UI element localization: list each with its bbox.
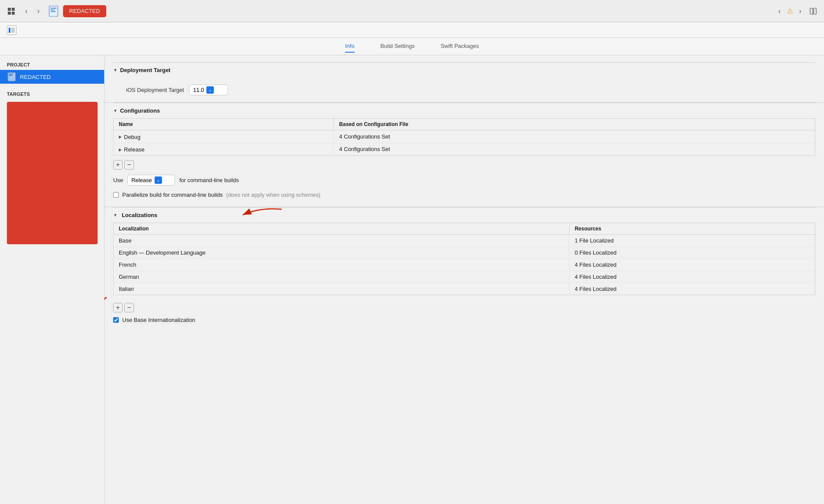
svg-rect-0 xyxy=(8,8,11,11)
loc-annotation-arrow-svg xyxy=(105,291,122,317)
configurations-table: Name Based on Configuration File ▶ Debug… xyxy=(113,118,815,156)
svg-rect-9 xyxy=(814,8,816,14)
configurations-section: ▼ Configurations Name Based on Configura… xyxy=(105,103,824,200)
sidebar-project-name: REDACTED xyxy=(20,74,51,80)
loc-col-resources: Resources xyxy=(569,223,815,235)
configurations-triangle-icon: ▼ xyxy=(113,108,117,113)
nav-forward-button[interactable]: › xyxy=(33,6,44,17)
loc-italian-name: Italian xyxy=(114,283,570,295)
use-base-checkbox[interactable] xyxy=(113,317,119,323)
tab-info[interactable]: Info xyxy=(345,40,355,53)
toolbar-chevron-right-button[interactable]: › xyxy=(795,6,806,17)
loc-german-name: German xyxy=(114,271,570,283)
tab-bar: Info Build Settings Swift Packages xyxy=(0,38,824,55)
table-row: Italian 4 Files Localized xyxy=(114,283,815,295)
tab-swift-packages[interactable]: Swift Packages xyxy=(441,40,479,53)
sidebar-project-label: PROJECT xyxy=(0,60,104,70)
deployment-target-section: ▼ Deployment Target iOS Deployment Targe… xyxy=(105,55,824,102)
svg-rect-8 xyxy=(810,8,813,14)
debug-triangle-icon: ▶ xyxy=(119,135,122,139)
config-release-value: 4 Configurations Set xyxy=(334,143,815,156)
warning-icon: ⚠ xyxy=(787,7,793,15)
cmdline-dropdown[interactable]: Release ⌄ xyxy=(127,175,175,186)
content-pane: ▼ Deployment Target iOS Deployment Targe… xyxy=(105,55,824,504)
localizations-section: ▼ Localizations Localization Res xyxy=(105,207,824,332)
config-debug-value: 4 Configurations Set xyxy=(334,130,815,143)
release-triangle-icon: ▶ xyxy=(119,148,122,152)
nav-back-button[interactable]: ‹ xyxy=(21,6,32,17)
sidebar-item-project[interactable]: REDACTED xyxy=(0,70,104,84)
table-row: ▶ Debug 4 Configurations Set xyxy=(114,130,815,143)
dropdown-arrow-icon: ⌄ xyxy=(206,86,214,94)
table-row: ▶ Release 4 Configurations Set xyxy=(114,143,815,156)
config-col-file: Based on Configuration File xyxy=(334,119,815,130)
loc-english-name: English — Development Language xyxy=(114,247,570,259)
file-icon xyxy=(48,4,60,18)
loc-base-value: 1 File Localized xyxy=(569,235,815,247)
main-area: PROJECT REDACTED TARGETS ▼ Deployment Ta… xyxy=(0,55,824,504)
loc-english-value: 0 Files Localized xyxy=(569,247,815,259)
localizations-table: Localization Resources Base 1 File Local… xyxy=(113,223,815,295)
configurations-header: ▼ Configurations xyxy=(113,103,815,118)
loc-french-name: French xyxy=(114,259,570,271)
debug-toggle[interactable]: ▶ Debug xyxy=(119,134,140,140)
svg-rect-3 xyxy=(12,12,15,15)
parallelize-muted: (does not apply when using schemes) xyxy=(226,192,320,198)
svg-rect-7 xyxy=(51,11,56,12)
table-row: French 4 Files Localized xyxy=(114,259,815,271)
table-row: English — Development Language 0 Files L… xyxy=(114,247,815,259)
project-file-icon xyxy=(7,72,16,82)
svg-rect-5 xyxy=(51,8,57,9)
loc-add-remove-container: + − xyxy=(113,295,815,315)
localizations-triangle-icon: ▼ xyxy=(113,213,117,217)
toolbar-split-button[interactable] xyxy=(808,6,819,17)
for-cmdline-label: for command-line builds xyxy=(179,177,239,183)
svg-rect-6 xyxy=(51,9,55,10)
grid-icon[interactable] xyxy=(5,5,17,17)
deployment-row: iOS Deployment Target 11.0 ⌄ xyxy=(113,78,815,102)
config-remove-button[interactable]: − xyxy=(124,160,134,170)
config-add-button[interactable]: + xyxy=(113,160,123,170)
cmdline-value: Release xyxy=(131,177,152,183)
deployment-target-title: Deployment Target xyxy=(120,67,171,73)
deployment-value: 11.0 xyxy=(193,87,204,93)
svg-rect-10 xyxy=(9,28,10,33)
use-label: Use xyxy=(113,177,123,183)
parallelize-checkbox[interactable] xyxy=(113,192,119,198)
svg-rect-2 xyxy=(8,12,11,15)
loc-german-value: 4 Files Localized xyxy=(569,271,815,283)
sidebar-targets-red-box[interactable] xyxy=(7,102,98,244)
table-row: German 4 Files Localized xyxy=(114,271,815,283)
localizations-header: ▼ Localizations xyxy=(113,207,815,223)
parallelize-label: Parallelize build for command-line build… xyxy=(122,192,223,198)
sidebar: PROJECT REDACTED TARGETS xyxy=(0,55,105,504)
loc-remove-button[interactable]: − xyxy=(124,303,134,312)
configurations-title: Configurations xyxy=(120,107,160,114)
annotation-arrow-svg xyxy=(225,203,286,224)
project-name-button[interactable]: REDACTED xyxy=(63,5,106,17)
table-row: Base 1 File Localized xyxy=(114,235,815,247)
toolbar-chevron-left-button[interactable]: ‹ xyxy=(774,6,785,17)
svg-rect-13 xyxy=(9,74,13,75)
deployment-triangle-icon: ▼ xyxy=(113,68,117,72)
release-toggle[interactable]: ▶ Release xyxy=(119,146,145,153)
loc-french-value: 4 Files Localized xyxy=(569,259,815,271)
config-release-name[interactable]: ▶ Release xyxy=(114,143,334,156)
sidebar-toggle-button[interactable] xyxy=(7,25,16,35)
svg-rect-11 xyxy=(11,28,15,33)
loc-col-localization: Localization xyxy=(114,223,570,235)
loc-italian-value: 4 Files Localized xyxy=(569,283,815,295)
ios-deployment-label: iOS Deployment Target xyxy=(126,87,184,93)
toolbar-right-area: ‹ ⚠ › xyxy=(774,6,819,17)
config-debug-name[interactable]: ▶ Debug xyxy=(114,130,334,143)
deployment-target-header: ▼ Deployment Target xyxy=(113,62,815,78)
config-add-remove-row: + − xyxy=(113,156,815,172)
ios-deployment-dropdown[interactable]: 11.0 ⌄ xyxy=(189,85,228,95)
loc-base-name: Base xyxy=(114,235,570,247)
nav-buttons: ‹ › xyxy=(21,6,44,17)
svg-rect-1 xyxy=(12,8,15,11)
tab-build-settings[interactable]: Build Settings xyxy=(380,40,415,53)
cmdline-arrow-icon: ⌄ xyxy=(155,176,162,184)
config-col-name: Name xyxy=(114,119,334,130)
toolbar: ‹ › REDACTED ‹ ⚠ › xyxy=(0,0,824,22)
